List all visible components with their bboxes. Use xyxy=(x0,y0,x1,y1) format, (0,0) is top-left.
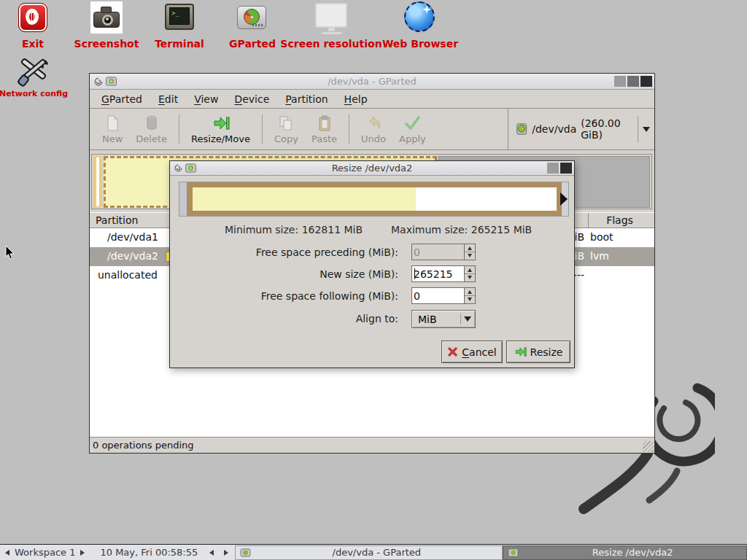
main-titlebar[interactable]: /dev/vda - GParted xyxy=(90,74,654,90)
desktop-icon-screen-resolution[interactable] xyxy=(315,3,347,28)
toolbar-separator xyxy=(179,114,179,144)
desktop-icon-gparted[interactable] xyxy=(237,6,266,29)
spin-down-button xyxy=(465,252,475,260)
menu-edit[interactable]: Edit xyxy=(150,91,186,107)
desktop-label-screen-resolution[interactable]: Screen resolution xyxy=(280,38,382,50)
menu-help[interactable]: Help xyxy=(336,91,376,107)
menu-gparted[interactable]: GParted xyxy=(93,91,150,107)
globe-icon xyxy=(404,1,435,32)
new-size-label: New size (MiB): xyxy=(214,268,398,280)
camera-icon xyxy=(90,1,123,34)
menu-view[interactable]: View xyxy=(186,91,226,107)
cancel-button[interactable]: Cancel xyxy=(441,341,503,363)
resize-slider-widget[interactable] xyxy=(179,182,569,217)
dialog-title: Resize /dev/vda2 xyxy=(170,163,574,174)
copy-icon xyxy=(277,114,295,132)
column-header-flags: Flags xyxy=(588,213,651,228)
free-space-following-label: Free space following (MiB): xyxy=(214,290,398,302)
star-glyph xyxy=(422,5,431,14)
device-selector[interactable]: /dev/vda (260.00 GiB) xyxy=(508,109,654,149)
task-label: /dev/vda - GParted xyxy=(255,547,498,558)
new-size-spinner[interactable] xyxy=(411,265,476,282)
paste-icon xyxy=(316,114,333,132)
taskbar: Workspace 1 10 May, Fri 00:58:55 /dev/vd… xyxy=(0,544,747,560)
used-space-fill xyxy=(193,187,416,211)
spin-up-button[interactable] xyxy=(465,288,475,295)
task-next-arrow[interactable] xyxy=(224,550,228,556)
resize-left-handle[interactable] xyxy=(179,182,187,216)
resize-button[interactable]: Resize xyxy=(506,341,570,363)
spin-down-button[interactable] xyxy=(465,273,475,281)
swirl-icon xyxy=(93,77,104,87)
swirl-icon xyxy=(174,163,183,173)
toolbar: New Delete Resize/Move Copy Paste Undo A… xyxy=(90,109,654,150)
desktop-icon-terminal[interactable]: >_ xyxy=(165,4,194,30)
undo-icon xyxy=(365,114,382,132)
maximum-size-label: Maximum size: 265215 MiB xyxy=(391,224,532,236)
dialog-titlebar[interactable]: Resize /dev/vda2 xyxy=(170,161,574,176)
workspace-label: Workspace 1 xyxy=(15,547,75,558)
undo-button: Undo xyxy=(355,109,392,149)
minimize-button[interactable] xyxy=(614,76,626,87)
resize-grip[interactable] xyxy=(643,441,654,452)
desktop-label-web-browser[interactable]: Web Browser xyxy=(382,38,458,50)
resize-dialog: Resize /dev/vda2 Minimum size: 162811 Mi… xyxy=(169,160,575,368)
workspace-next-arrow[interactable] xyxy=(80,550,85,556)
task-prev-arrow[interactable] xyxy=(209,550,214,556)
resize-move-button[interactable]: Resize/Move xyxy=(185,109,257,149)
chevron-down-icon xyxy=(643,127,650,132)
maximize-button[interactable] xyxy=(627,76,639,87)
free-space-preceding-spinner xyxy=(411,244,476,260)
spin-down-button[interactable] xyxy=(465,295,475,303)
task-label: Resize /dev/vda2 xyxy=(523,547,742,558)
desktop-label-exit[interactable]: Exit xyxy=(22,38,44,50)
spin-up-button[interactable] xyxy=(465,266,475,273)
delete-button: Delete xyxy=(129,109,174,149)
paste-button: Paste xyxy=(305,109,344,149)
copy-button: Copy xyxy=(268,109,305,149)
resize-partition-frame[interactable] xyxy=(187,182,562,216)
close-button[interactable] xyxy=(560,163,572,174)
device-path: /dev/vda xyxy=(532,123,576,135)
desktop-label-gparted[interactable]: GParted xyxy=(229,38,276,50)
cell-partition: unallocated xyxy=(98,269,158,281)
maximize-button[interactable] xyxy=(547,163,559,174)
taskbar-task-resize-dialog[interactable]: Resize /dev/vda2 xyxy=(503,545,747,560)
close-button[interactable] xyxy=(640,76,652,87)
desktop-icon-network-config[interactable] xyxy=(16,54,53,88)
text-caret xyxy=(414,268,415,279)
align-to-value: MiB xyxy=(418,314,437,325)
partition-segment-vda1[interactable] xyxy=(93,156,102,208)
apply-check-icon xyxy=(403,114,421,132)
menu-device[interactable]: Device xyxy=(226,91,277,107)
free-space-following-input[interactable] xyxy=(412,288,464,303)
resize-move-icon xyxy=(212,114,230,132)
device-size: (260.00 GiB) xyxy=(581,117,633,141)
new-size-input[interactable] xyxy=(412,266,464,281)
apply-button: Apply xyxy=(392,109,433,149)
delete-icon xyxy=(143,114,160,132)
desktop-icon-web-browser[interactable] xyxy=(404,1,435,32)
resize-right-handle[interactable] xyxy=(560,192,568,206)
desktop-label-network-config[interactable]: Network config xyxy=(0,89,68,98)
resize-arrow-icon xyxy=(514,346,527,358)
desktop-label-terminal[interactable]: Terminal xyxy=(155,38,204,50)
cell-flags: lvm xyxy=(590,250,609,262)
minimum-size-label: Minimum size: 162811 MiB xyxy=(225,224,363,236)
desktop-label-screenshot[interactable]: Screenshot xyxy=(74,38,139,50)
exit-icon xyxy=(18,3,47,32)
gparted-window-icon xyxy=(106,77,117,86)
new-button: New xyxy=(96,109,129,149)
menu-partition[interactable]: Partition xyxy=(277,91,336,107)
free-space-preceding-input xyxy=(412,244,464,260)
align-to-dropdown[interactable]: MiB xyxy=(411,310,476,328)
column-header-partition: Partition xyxy=(96,214,138,226)
free-space-following-spinner[interactable] xyxy=(411,287,476,304)
cell-flags: boot xyxy=(590,231,614,243)
desktop-icon-exit[interactable] xyxy=(18,3,47,32)
desktop-icon-screenshot[interactable] xyxy=(90,1,123,34)
menubar: GParted Edit View Device Partition Help xyxy=(90,90,654,109)
taskbar-task-gparted[interactable]: /dev/vda - GParted xyxy=(235,545,503,560)
workspace-prev-arrow[interactable] xyxy=(5,550,9,556)
monitor-icon xyxy=(315,3,347,28)
